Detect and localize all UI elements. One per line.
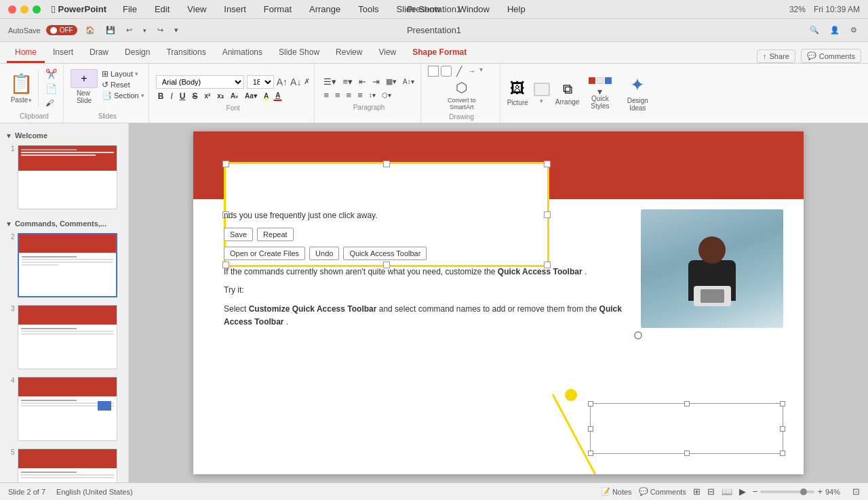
tab-draw[interactable]: Draw bbox=[81, 43, 117, 63]
increase-indent-btn[interactable]: ⇥ bbox=[370, 76, 382, 87]
tab-design[interactable]: Design bbox=[117, 43, 158, 63]
repeat-cmd-btn[interactable]: Repeat bbox=[257, 228, 293, 241]
slide-1-thumb[interactable] bbox=[18, 145, 117, 209]
maximize-dot[interactable] bbox=[33, 5, 41, 14]
settings-icon[interactable]: ⚙ bbox=[848, 24, 860, 36]
slideshow-btn[interactable]: ▶ bbox=[739, 486, 746, 497]
cut-icon[interactable]: ✂️ bbox=[43, 68, 59, 80]
tab-slideshow[interactable]: Slide Show bbox=[271, 43, 328, 63]
font-color-btn[interactable]: A bbox=[273, 91, 282, 101]
align-center-btn[interactable]: ≡ bbox=[333, 89, 342, 101]
comments-button[interactable]: 💬 Comments bbox=[801, 49, 861, 63]
slide-sorter-btn[interactable]: ⊟ bbox=[707, 486, 715, 497]
bold-btn[interactable]: B bbox=[156, 91, 166, 102]
section-welcome-header[interactable]: ▼ Welcome bbox=[5, 131, 123, 140]
text-direction-btn[interactable]: A↕▾ bbox=[401, 77, 416, 86]
slide-2-thumb[interactable] bbox=[18, 233, 117, 297]
justify-btn[interactable]: ≡ bbox=[355, 89, 365, 101]
bullet-list-btn[interactable]: ☰▾ bbox=[321, 76, 338, 87]
tb2-handle-mr[interactable] bbox=[780, 426, 785, 432]
user-icon[interactable]: 👤 bbox=[827, 24, 842, 36]
apple-menu[interactable]:  bbox=[49, 2, 58, 16]
line-spacing-btn[interactable]: ↕▾ bbox=[367, 91, 378, 100]
quick-styles-btn[interactable]: ▾ Quick Styles bbox=[585, 77, 615, 110]
handle-tl[interactable] bbox=[222, 161, 229, 167]
picture-style-arrow[interactable]: ▾ bbox=[540, 98, 543, 104]
shape-line[interactable]: ╱ bbox=[454, 66, 465, 77]
tb2-handle-ml[interactable] bbox=[588, 426, 593, 432]
highlight-btn[interactable]: A bbox=[262, 91, 271, 100]
arrange-btn[interactable]: ⧉ Arrange bbox=[555, 81, 580, 106]
menu-format[interactable]: Format bbox=[261, 3, 294, 16]
tab-transitions[interactable]: Transitions bbox=[158, 43, 214, 63]
slide-canvas[interactable]: nds you use frequently just one click aw… bbox=[193, 131, 804, 474]
shape-arrow[interactable]: → bbox=[467, 66, 477, 77]
resize-circle-handle[interactable] bbox=[634, 331, 642, 339]
number-list-btn[interactable]: ≡▾ bbox=[340, 76, 355, 87]
clear-format-btn[interactable]: ✗ bbox=[304, 77, 310, 86]
more-qa-icon[interactable]: ▾ bbox=[172, 24, 181, 36]
font-size-decrease-btn[interactable]: A↓ bbox=[290, 77, 301, 87]
slide-4-thumb[interactable] bbox=[18, 377, 117, 441]
tb2-handle-br[interactable] bbox=[780, 451, 785, 456]
shapes-more[interactable]: ▾ bbox=[479, 66, 483, 77]
superscript-btn[interactable]: x² bbox=[202, 91, 212, 100]
slide-5-thumb[interactable] bbox=[18, 449, 117, 482]
subscript-btn[interactable]: x₂ bbox=[215, 91, 226, 100]
undo-arrow[interactable]: ▾ bbox=[140, 26, 149, 35]
home-icon[interactable]: 🏠 bbox=[83, 24, 98, 36]
tab-shape-format[interactable]: Shape Format bbox=[404, 43, 475, 63]
reading-view-btn[interactable]: 📖 bbox=[722, 486, 732, 497]
design-ideas-btn[interactable]: ✦ Design Ideas bbox=[620, 75, 654, 112]
quick-access-toolbar-btn[interactable]: Quick Access Toolbar bbox=[343, 247, 427, 260]
copy-icon[interactable]: 📄 bbox=[43, 83, 59, 95]
handle-tr[interactable] bbox=[544, 161, 551, 167]
tab-insert[interactable]: Insert bbox=[45, 43, 81, 63]
tab-animations[interactable]: Animations bbox=[214, 43, 271, 63]
undo-link-btn[interactable]: Undo bbox=[309, 247, 339, 260]
align-right-btn[interactable]: ≡ bbox=[344, 89, 354, 101]
paste-btn[interactable]: 📋 Paste ▾ bbox=[9, 72, 33, 104]
menu-insert[interactable]: Insert bbox=[221, 3, 249, 16]
text-box-2[interactable] bbox=[590, 403, 783, 454]
section-btn[interactable]: 📑 Section ▾ bbox=[102, 91, 144, 100]
underline-btn[interactable]: U bbox=[178, 91, 188, 102]
align-left-btn[interactable]: ≡ bbox=[321, 89, 331, 101]
share-button[interactable]: ↑ Share bbox=[757, 49, 795, 63]
tb2-handle-tc[interactable] bbox=[684, 401, 690, 407]
tab-view[interactable]: View bbox=[370, 43, 404, 63]
smart-art-btn[interactable]: ⬡▾ bbox=[380, 91, 393, 100]
comments-status-btn[interactable]: 💬 Comments bbox=[639, 487, 686, 496]
tb2-handle-tl[interactable] bbox=[588, 401, 593, 407]
tb2-handle-bc[interactable] bbox=[684, 451, 690, 456]
font-size-increase-btn[interactable]: A↑ bbox=[277, 77, 288, 87]
undo-icon[interactable]: ↩ bbox=[123, 24, 135, 36]
zoom-slider[interactable] bbox=[760, 491, 814, 493]
menu-view[interactable]: View bbox=[184, 3, 209, 16]
menu-file[interactable]: File bbox=[120, 3, 140, 16]
redo-icon[interactable]: ↪ bbox=[155, 24, 166, 36]
columns-btn[interactable]: ▦▾ bbox=[384, 77, 399, 87]
slide-3-thumb[interactable] bbox=[18, 305, 117, 369]
new-slide-btn[interactable]: + NewSlide bbox=[71, 69, 98, 104]
format-painter-icon[interactable]: 🖌 bbox=[43, 98, 59, 108]
italic-btn[interactable]: I bbox=[168, 91, 174, 102]
notes-btn[interactable]: 📝 Notes bbox=[601, 487, 632, 496]
decrease-indent-btn[interactable]: ⇤ bbox=[357, 76, 368, 87]
save-icon[interactable]: 💾 bbox=[103, 24, 118, 36]
change-case-btn[interactable]: Aa▾ bbox=[243, 91, 259, 100]
handle-tc[interactable] bbox=[383, 161, 390, 167]
picture-btn[interactable]: 🖼 Picture bbox=[507, 80, 528, 106]
strikethrough-btn[interactable]: S bbox=[190, 91, 199, 102]
section-commands-header[interactable]: ▼ Commands, Comments,... bbox=[5, 220, 123, 228]
tb2-handle-bl[interactable] bbox=[588, 451, 593, 456]
convert-smartart-btn[interactable]: ⬡ Convert toSmartArt bbox=[443, 79, 480, 110]
search-icon[interactable]: 🔍 bbox=[807, 24, 822, 36]
close-dot[interactable] bbox=[8, 5, 16, 14]
menu-tools[interactable]: Tools bbox=[355, 3, 381, 16]
zoom-in-btn[interactable]: + bbox=[817, 486, 823, 497]
menu-edit[interactable]: Edit bbox=[152, 3, 172, 16]
menu-arrange[interactable]: Arrange bbox=[307, 3, 343, 16]
save-cmd-btn[interactable]: Save bbox=[224, 228, 253, 241]
menu-help[interactable]: Help bbox=[505, 3, 528, 16]
